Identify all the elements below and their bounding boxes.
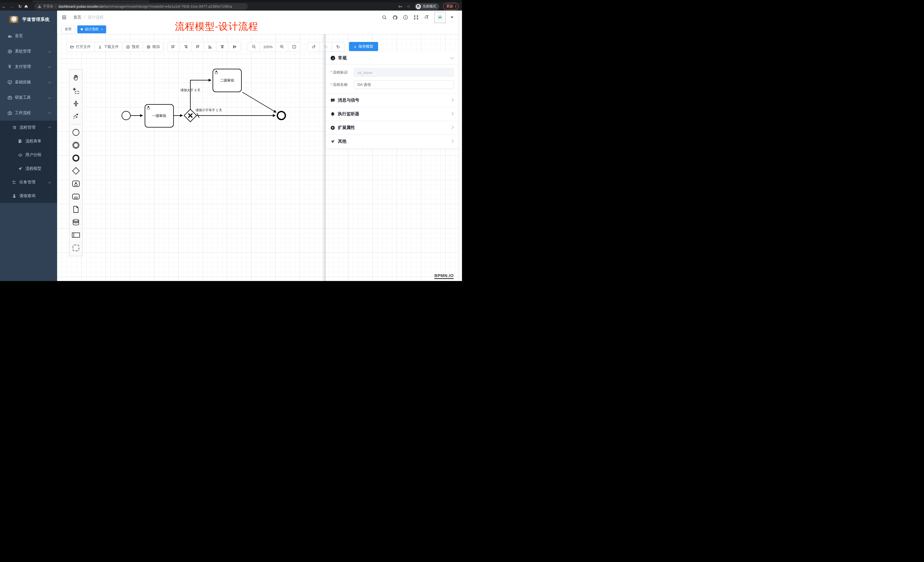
restart-button[interactable]: ↻ — [332, 42, 344, 51]
view-tab-home[interactable]: 首页 — [62, 25, 75, 33]
section-message-signal[interactable]: 消息与信号 — [326, 94, 458, 107]
edge-task2-to-end[interactable] — [242, 92, 276, 112]
home-icon[interactable] — [24, 4, 32, 9]
edge-gateway-to-task2[interactable] — [190, 80, 211, 109]
fit-viewport-icon — [292, 45, 297, 49]
section-execution-listener[interactable]: 执行监听器 — [326, 107, 458, 121]
user-task-level2[interactable]: 二级审批 — [213, 69, 242, 92]
org-tree-icon — [12, 180, 17, 184]
save-model-button[interactable]: + 保存模型 — [349, 42, 378, 51]
align-left-icon[interactable] — [167, 42, 179, 51]
required-mark: * — [330, 70, 332, 75]
process-name-input[interactable] — [354, 81, 454, 89]
space-tool-icon[interactable] — [69, 97, 82, 110]
menu-dots-icon[interactable] — [455, 5, 456, 8]
download-file-button[interactable]: 下载文件 — [94, 42, 122, 51]
chip-icon — [146, 45, 151, 49]
align-middle-vertical-icon[interactable] — [228, 42, 240, 51]
general-form: *流程标识 *流程名称 — [326, 64, 458, 94]
sidebar-item-infra[interactable]: 基础设施 — [0, 75, 57, 90]
data-object-icon[interactable] — [69, 203, 82, 216]
align-bottom-icon[interactable] — [204, 42, 216, 51]
briefcase-icon — [7, 111, 12, 115]
preview-button[interactable]: 预览 — [122, 42, 142, 51]
subprocess-icon[interactable] — [69, 190, 82, 203]
chevron-right-icon — [450, 112, 454, 115]
chevron-down-icon — [48, 96, 51, 99]
chevron-right-icon — [450, 139, 454, 143]
zoom-level[interactable]: 100% — [260, 42, 276, 51]
process-key-input[interactable] — [354, 68, 454, 77]
zoom-in-button[interactable] — [276, 42, 288, 51]
sidebar-item-home[interactable]: 首页 — [0, 28, 57, 43]
lasso-tool-icon[interactable] — [69, 84, 82, 97]
key-icon[interactable] — [398, 4, 403, 9]
sidebar-item-task-mgmt[interactable]: 任务管理 — [0, 175, 57, 189]
open-file-button[interactable]: 打开文件 — [66, 42, 94, 51]
simulate-button[interactable]: 模拟 — [142, 42, 163, 51]
view-tab-design[interactable]: 设计流程 × — [77, 25, 106, 33]
zoom-out-button[interactable] — [248, 42, 260, 51]
undo-button[interactable]: ↺ — [308, 42, 320, 51]
star-icon[interactable]: ☆ — [406, 4, 410, 9]
group-icon[interactable] — [69, 241, 82, 254]
global-connect-icon[interactable] — [69, 110, 82, 123]
back-icon[interactable]: ← — [0, 4, 8, 9]
end-event-icon[interactable] — [69, 151, 82, 164]
font-size-icon[interactable]: tT — [424, 15, 429, 20]
plus-icon: + — [354, 44, 356, 49]
github-icon[interactable] — [392, 15, 398, 20]
breadcrumb-home[interactable]: 首页 — [74, 15, 81, 20]
fullscreen-icon[interactable] — [413, 15, 419, 20]
start-event[interactable] — [122, 111, 130, 120]
security-label[interactable]: 不安全 — [43, 4, 53, 9]
data-store-icon[interactable] — [69, 216, 82, 228]
scrollbar-gutter[interactable] — [458, 10, 462, 281]
align-right-icon[interactable] — [179, 42, 192, 51]
sidebar-item-process-model[interactable]: 流程模型 — [0, 162, 57, 175]
sidebar-item-payment[interactable]: ¥ 支付管理 — [0, 59, 57, 75]
update-label[interactable]: 更新 — [446, 4, 453, 9]
section-other[interactable]: 其他 — [326, 135, 458, 148]
start-event-icon[interactable] — [69, 126, 82, 139]
chevron-down-icon[interactable] — [450, 55, 454, 59]
fit-viewport-button[interactable] — [288, 42, 300, 51]
sidebar-item-system[interactable]: 系统管理 — [0, 43, 57, 59]
palette-divider — [71, 124, 81, 124]
edge-label-le1[interactable]: 请假小于等于 1 天 — [195, 108, 222, 112]
reload-icon[interactable]: ↻ — [16, 4, 24, 9]
browser-address-row: ← → ↻ 不安全 dashboard.yudao.iocoder.cn/bpm… — [0, 2, 462, 10]
hand-tool-icon[interactable] — [69, 71, 82, 84]
address-bar[interactable]: 不安全 dashboard.yudao.iocoder.cn/bpm/manag… — [34, 3, 248, 10]
close-icon[interactable]: × — [101, 28, 103, 31]
avatar[interactable] — [434, 12, 446, 23]
sidebar-item-leave-query[interactable]: 请假查询 — [0, 189, 57, 203]
zoom-out-icon — [252, 45, 256, 49]
participant-icon[interactable] — [69, 228, 82, 241]
section-general[interactable]: i 常规 — [326, 52, 458, 64]
exclusive-gateway[interactable] — [184, 109, 196, 122]
end-event[interactable] — [278, 112, 285, 120]
gateway-icon[interactable] — [69, 164, 82, 177]
sidebar-item-devtools[interactable]: 研发工具 — [0, 90, 57, 105]
sidebar-item-process-mgmt[interactable]: 流程管理 — [0, 121, 57, 134]
align-center-horizontal-icon[interactable] — [216, 42, 228, 51]
forward-icon[interactable]: → — [8, 4, 16, 9]
browser-update-button[interactable]: 更新 — [443, 3, 459, 10]
sidebar-collapse-icon[interactable] — [62, 15, 67, 20]
sidebar-item-user-groups[interactable]: 用户分组 — [0, 148, 57, 162]
align-top-icon[interactable] — [192, 42, 204, 51]
caret-down-icon[interactable] — [451, 16, 453, 18]
bpmn-io-watermark[interactable]: BPMN.iO — [434, 273, 454, 279]
sidebar-logo-row: 芋道管理系统 — [0, 10, 57, 28]
edge-label-gt3[interactable]: 请假大于 3 天 — [180, 88, 200, 92]
help-icon[interactable]: ? — [403, 15, 408, 20]
user-task-level1[interactable]: 一级审批 — [145, 104, 174, 127]
sidebar-item-process-form[interactable]: 流程表单 — [0, 134, 57, 148]
search-icon[interactable] — [381, 15, 387, 20]
sidebar-item-workflow[interactable]: 工作流程 — [0, 105, 57, 121]
section-extended-attributes[interactable]: 扩展属性 — [326, 121, 458, 135]
user-task-icon[interactable] — [69, 177, 82, 190]
align-button-group — [167, 42, 241, 52]
intermediate-event-icon[interactable] — [69, 139, 82, 151]
